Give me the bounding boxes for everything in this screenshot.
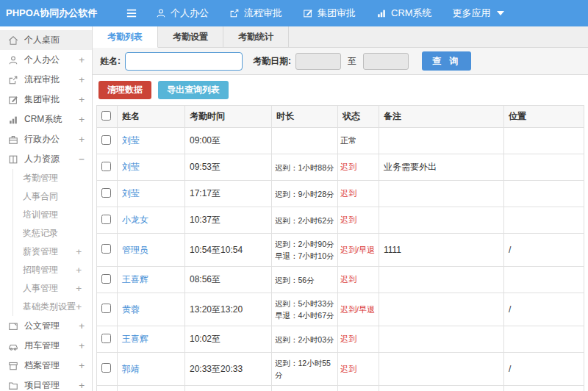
nav-item-personal-office[interactable]: 个人办公 bbox=[156, 7, 209, 20]
duration-cell: 迟到：1小时88分 bbox=[272, 154, 338, 181]
table-row: 王喜辉10:02至迟到：2小时03分迟到 bbox=[97, 326, 584, 353]
sidebar-subitem-personnel-contract[interactable]: 人事合同 bbox=[13, 187, 92, 206]
sidebar-subitem-personnel-management[interactable]: 人事管理+ bbox=[13, 279, 92, 298]
attendance-time-cell: 09:00至 bbox=[185, 128, 272, 154]
date-from-input[interactable] bbox=[295, 53, 341, 70]
status-badge: 迟到/早退 bbox=[340, 245, 375, 254]
name-label: 姓名: bbox=[100, 55, 121, 68]
sidebar-item-label: CRM系统 bbox=[24, 113, 79, 126]
clean-data-button[interactable]: 清理数据 bbox=[98, 81, 151, 99]
duration-line: 迟到：1小时88分 bbox=[275, 162, 334, 173]
sidebar-item-label: 流程审批 bbox=[24, 73, 79, 86]
row-checkbox-cell bbox=[97, 353, 118, 386]
note-cell bbox=[379, 326, 504, 353]
tab-attendance-setup[interactable]: 考勤设置 bbox=[158, 26, 223, 47]
sidebar-item-crm-system[interactable]: CRM系统+ bbox=[0, 110, 92, 129]
sidebar-item-archive-management[interactable]: 档案管理+ bbox=[0, 356, 92, 376]
nav-item-workflow-approval[interactable]: 流程审批 bbox=[229, 7, 282, 20]
row-checkbox[interactable] bbox=[101, 363, 111, 373]
location-cell: / bbox=[504, 234, 584, 267]
sidebar-item-project-management[interactable]: 项目管理+ bbox=[0, 376, 92, 391]
tab-attendance-stats[interactable]: 考勤统计 bbox=[223, 26, 289, 47]
sidebar-subitem-base-category-settings[interactable]: 基础类别设置+ bbox=[13, 298, 92, 316]
note-cell: 业务需要外出 bbox=[379, 154, 504, 181]
expand-plus-icon: + bbox=[79, 54, 85, 65]
sidebar-item-group-approval[interactable]: 集团审批+ bbox=[0, 90, 92, 110]
row-checkbox[interactable] bbox=[101, 244, 111, 254]
employee-name-link[interactable]: 王喜辉 bbox=[122, 274, 148, 284]
sidebar-item-document-management[interactable]: 公文管理+ bbox=[0, 316, 92, 336]
row-checkbox-cell bbox=[97, 154, 118, 181]
employee-name-link[interactable]: 小龙女 bbox=[122, 215, 148, 225]
row-checkbox[interactable] bbox=[101, 274, 111, 284]
sidebar-item-label: 项目管理 bbox=[24, 379, 79, 391]
status-badge: 迟到 bbox=[340, 189, 356, 198]
location-cell bbox=[504, 154, 584, 181]
sidebar-subitem-salary-management[interactable]: 薪资管理+ bbox=[13, 243, 92, 261]
sidebar-subitem-label: 人事合同 bbox=[23, 190, 82, 203]
location-cell bbox=[504, 267, 584, 293]
status-cell: 迟到 bbox=[338, 353, 379, 386]
row-checkbox[interactable] bbox=[101, 334, 111, 343]
attendance-time-cell: 13:20至13:20 bbox=[185, 293, 272, 326]
date-to-label: 至 bbox=[348, 55, 356, 68]
row-checkbox[interactable] bbox=[101, 304, 111, 313]
row-checkbox[interactable] bbox=[101, 215, 111, 224]
export-list-button[interactable]: 导出查询列表 bbox=[158, 81, 229, 99]
sidebar-subitem-reward-punishment[interactable]: 奖惩记录 bbox=[13, 224, 92, 243]
expand-plus-icon: + bbox=[79, 94, 85, 105]
employee-name-link[interactable]: 刘莹 bbox=[122, 135, 140, 146]
duration-line: 迟到：2小时90分 bbox=[275, 238, 334, 250]
briefcase-icon bbox=[8, 134, 18, 145]
name-input[interactable] bbox=[125, 52, 243, 71]
tab-attendance-list[interactable]: 考勤列表 bbox=[93, 26, 158, 48]
duration-line: 迟到：12小时55分 bbox=[275, 357, 334, 381]
employee-name-link[interactable]: 刘莹 bbox=[122, 162, 140, 172]
column-header: 姓名 bbox=[118, 106, 185, 128]
column-header: 备注 bbox=[379, 106, 504, 128]
sidebar-item-vehicle-management[interactable]: 用车管理+ bbox=[0, 336, 92, 356]
share-icon bbox=[8, 75, 18, 85]
sidebar-subitem-attendance-management[interactable]: 考勤管理 bbox=[13, 169, 92, 187]
employee-name-link[interactable]: 王喜辉 bbox=[122, 334, 148, 344]
status-cell: 迟到 bbox=[338, 154, 379, 181]
select-all-header-cell bbox=[97, 106, 118, 128]
table-row: 刘莹09:53至迟到：1小时88分迟到业务需要外出 bbox=[97, 154, 584, 181]
book-icon bbox=[8, 154, 18, 165]
menu-toggle-button[interactable] bbox=[125, 8, 138, 18]
duration-cell: 迟到：5小时33分早退：4小时67分 bbox=[272, 293, 338, 326]
nav-item-more-apps[interactable]: 更多应用 bbox=[453, 7, 504, 20]
column-header: 时长 bbox=[272, 106, 338, 128]
sidebar-subitem-recruitment-management[interactable]: 招聘管理+ bbox=[13, 261, 92, 279]
sidebar-item-admin-office[interactable]: 行政办公+ bbox=[0, 129, 92, 149]
employee-name-link[interactable]: 刘莹 bbox=[122, 188, 140, 198]
tab-bar: 考勤列表考勤设置考勤统计 bbox=[93, 26, 588, 48]
employee-name-link[interactable]: 郭靖 bbox=[122, 364, 140, 374]
column-header: 考勤时间 bbox=[185, 106, 272, 128]
row-checkbox[interactable] bbox=[101, 188, 111, 198]
column-header: 位置 bbox=[504, 106, 584, 128]
attendance-time-cell: 20:32至20:32 bbox=[185, 386, 272, 391]
nav-item-crm-system[interactable]: CRM系统 bbox=[376, 7, 432, 20]
note-cell bbox=[379, 267, 504, 293]
date-to-input[interactable] bbox=[363, 53, 409, 70]
filter-bar: 姓名: 考勤日期: 至 查 询 bbox=[93, 48, 588, 75]
sidebar-subitem-training-management[interactable]: 培训管理 bbox=[13, 206, 92, 224]
row-checkbox[interactable] bbox=[101, 162, 111, 171]
employee-name-link[interactable]: 管理员 bbox=[122, 245, 148, 255]
nav-item-group-approval[interactable]: 集团审批 bbox=[303, 7, 356, 20]
sidebar-item-human-resources[interactable]: 人力资源− bbox=[0, 149, 92, 169]
sidebar-item-desktop[interactable]: 个人桌面 bbox=[0, 30, 92, 50]
duration-cell: 迟到：56分 bbox=[272, 267, 338, 293]
select-all-checkbox[interactable] bbox=[101, 111, 111, 121]
sidebar-item-personal-office[interactable]: 个人办公+ bbox=[0, 50, 92, 70]
sidebar: 个人桌面个人办公+流程审批+集团审批+CRM系统+行政办公+人力资源−考勤管理人… bbox=[0, 26, 93, 391]
row-checkbox[interactable] bbox=[101, 135, 111, 145]
attendance-time-cell: 10:02至 bbox=[185, 326, 272, 353]
employee-name-link[interactable]: 黄蓉 bbox=[122, 304, 140, 315]
top-header: PHPOA协同办公软件 个人办公流程审批集团审批CRM系统更多应用 bbox=[0, 0, 588, 26]
sidebar-item-workflow-approval[interactable]: 流程审批+ bbox=[0, 70, 92, 90]
table-row: 小龙女10:37至迟到：2小时62分迟到 bbox=[97, 207, 584, 234]
sidebar-subitem-label: 培训管理 bbox=[23, 209, 82, 221]
search-button[interactable]: 查 询 bbox=[422, 51, 471, 71]
